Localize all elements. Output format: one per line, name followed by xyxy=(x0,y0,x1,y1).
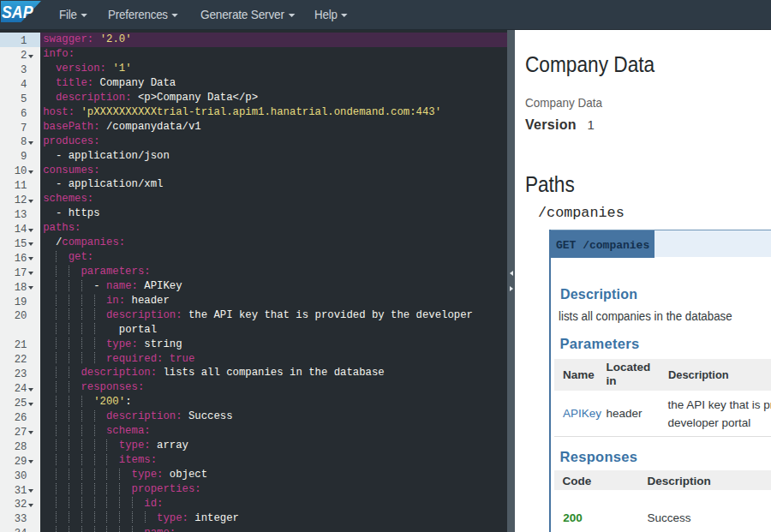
svg-text:SAP: SAP xyxy=(2,2,33,21)
